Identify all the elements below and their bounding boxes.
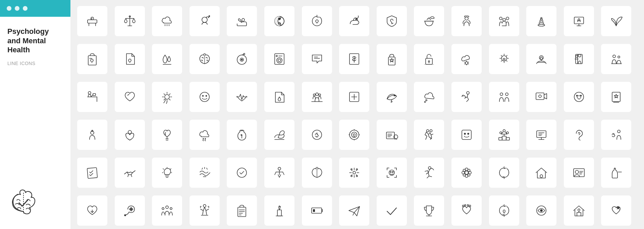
svg-rect-153 [87, 168, 98, 178]
icon-clipboard-heart [77, 44, 107, 74]
svg-point-109 [91, 131, 94, 134]
svg-point-216 [162, 208, 164, 210]
svg-point-92 [319, 94, 321, 96]
icon-running-people [414, 120, 444, 150]
svg-point-185 [351, 175, 352, 177]
icon-cycle [489, 158, 519, 188]
svg-point-138 [468, 133, 469, 134]
svg-point-22 [499, 17, 502, 20]
svg-point-183 [351, 169, 352, 170]
icon-recycle-heart [489, 195, 519, 226]
svg-point-69 [578, 54, 581, 57]
icon-document-heart [115, 44, 145, 74]
icon-happy-people [302, 82, 332, 112]
svg-point-90 [316, 93, 318, 96]
icon-heart-target [339, 120, 369, 150]
icon-profile-card [564, 158, 594, 188]
svg-point-140 [500, 132, 502, 134]
svg-point-217 [170, 208, 172, 210]
svg-rect-220 [238, 207, 246, 217]
svg-point-198 [463, 174, 465, 176]
main-content [70, 0, 644, 229]
svg-point-88 [202, 96, 203, 97]
icon-chat-candle [302, 44, 332, 74]
icon-family-cross [564, 44, 594, 74]
icon-checklist [77, 158, 107, 188]
svg-point-12 [202, 17, 207, 22]
svg-point-46 [276, 55, 277, 57]
svg-point-91 [313, 94, 315, 96]
svg-point-78 [165, 95, 169, 99]
icon-balance-stones [526, 6, 556, 36]
svg-point-71 [613, 55, 615, 58]
icon-yin-yang [264, 6, 294, 36]
icon-person-desk [77, 82, 107, 112]
icon-row-4 [77, 120, 637, 150]
icon-gear-heart [489, 44, 519, 74]
icon-computer-plant [564, 6, 594, 36]
svg-line-61 [468, 64, 469, 64]
icon-heart-love [115, 82, 145, 112]
svg-rect-34 [88, 56, 96, 65]
svg-point-237 [469, 205, 471, 207]
svg-point-101 [500, 93, 503, 96]
dot-3 [23, 6, 28, 11]
svg-point-89 [206, 96, 207, 97]
svg-point-214 [124, 215, 126, 216]
svg-line-155 [131, 175, 132, 177]
icon-smiley [190, 82, 220, 112]
icon-heartbeat [227, 82, 257, 112]
icon-face-check [227, 158, 257, 188]
sidebar-header [0, 0, 70, 17]
icon-star-person [77, 120, 107, 150]
svg-point-141 [506, 132, 508, 134]
icon-medical-cross [339, 82, 369, 112]
icon-cloud-thought [414, 82, 444, 112]
icon-clipboard-list [227, 195, 257, 226]
icon-cloud-stress [190, 120, 220, 150]
svg-line-85 [169, 94, 170, 95]
icon-cloud-settings [451, 44, 482, 74]
svg-point-18 [356, 18, 357, 20]
svg-line-62 [465, 64, 465, 64]
icon-stretcher [77, 6, 107, 36]
svg-point-102 [505, 93, 508, 96]
svg-rect-77 [93, 94, 96, 96]
svg-point-134 [427, 130, 429, 132]
icon-lock-open [414, 44, 444, 74]
icon-hand-heart [227, 6, 257, 36]
icon-happy-face [451, 120, 482, 150]
svg-point-186 [356, 175, 358, 177]
icon-family-group [601, 44, 631, 74]
icon-washing-machine [264, 44, 294, 74]
svg-point-168 [278, 167, 281, 170]
svg-point-188 [390, 172, 391, 173]
icon-heart-paws [451, 195, 482, 226]
icon-bookmark-star [601, 82, 631, 112]
svg-point-105 [576, 95, 577, 96]
icon-plant-leaf [601, 6, 631, 36]
svg-rect-144 [506, 137, 509, 140]
svg-point-191 [465, 171, 468, 174]
svg-point-45 [278, 59, 281, 62]
icon-jumping-person [414, 158, 444, 188]
icon-coin-heart [302, 120, 332, 150]
icon-dove [377, 82, 407, 112]
svg-point-189 [392, 172, 393, 173]
svg-point-167 [237, 168, 247, 177]
icon-row-3 [77, 82, 637, 112]
svg-point-218 [203, 205, 206, 207]
svg-point-65 [539, 56, 543, 60]
svg-point-152 [618, 130, 620, 133]
icon-person-heart [601, 120, 631, 150]
svg-point-44 [277, 58, 282, 63]
svg-point-197 [468, 169, 470, 172]
svg-point-42 [244, 53, 245, 55]
svg-line-171 [275, 172, 276, 175]
icon-active-person [451, 82, 482, 112]
icon-water-drops [152, 44, 182, 74]
svg-point-137 [464, 133, 466, 134]
svg-point-98 [425, 102, 426, 103]
icon-house-heart [526, 158, 556, 188]
icon-bottle-minus [601, 158, 631, 188]
